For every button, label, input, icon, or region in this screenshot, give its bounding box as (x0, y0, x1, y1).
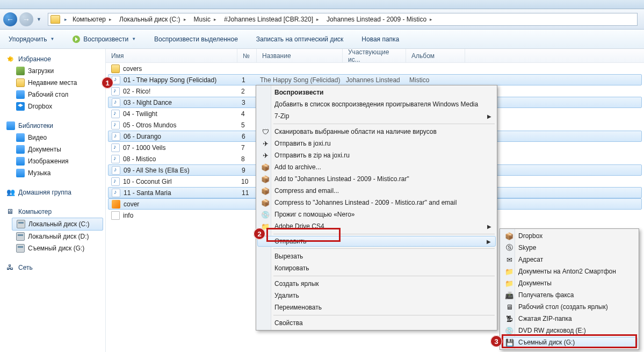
ctx-item[interactable]: 📁Adobe Drive CS4▶ (257, 220, 496, 232)
file-icon (111, 155, 120, 163)
ctx-item[interactable]: 7-Zip▶ (257, 110, 496, 122)
breadcrumb-item[interactable]: #Johannes Linstead [CBR.320]▸ (220, 16, 322, 23)
sidebar-libraries[interactable]: Библиотеки (0, 120, 105, 132)
disk-icon (16, 232, 25, 241)
ctx-item[interactable]: Вырезать (257, 250, 496, 262)
file-row[interactable]: covers (106, 63, 644, 74)
ctx-item[interactable]: ✈Отправить в zip на joxi.ru (257, 149, 496, 161)
ctx-item[interactable]: 📦Add to archive... (257, 161, 496, 173)
ctx-item[interactable]: Свойства (257, 317, 496, 329)
homegroup-icon (6, 188, 15, 197)
sendto-item[interactable]: 🗜Сжатая ZIP-папка (501, 313, 638, 325)
sidebar-dropbox[interactable]: Dropbox (0, 100, 105, 112)
dropbox-icon (16, 102, 25, 111)
file-icon (111, 121, 120, 130)
music-icon (16, 169, 25, 177)
sidebar-computer[interactable]: Компьютер (0, 206, 105, 218)
sendto-item[interactable]: 📁Документы (501, 277, 638, 289)
computer-icon (6, 207, 15, 216)
sidebar-favorites[interactable]: Избранное (0, 53, 105, 65)
folder-icon (50, 15, 60, 24)
ctx-item[interactable]: Воспроизвести (257, 87, 496, 98)
sendto-item[interactable]: 💾Съемный диск (G:) (501, 337, 638, 348)
play-selection-button[interactable]: Воспроизвести выделенное (151, 33, 241, 45)
burn-button[interactable]: Записать на оптический диск (253, 33, 347, 45)
sidebar-desktop[interactable]: Рабочий стол (0, 89, 105, 100)
breadcrumb-item[interactable]: Локальный диск (C:)▸ (115, 16, 190, 23)
sendto-item[interactable]: 🖥Рабочий стол (создать ярлык) (501, 301, 638, 313)
sidebar-disk-c[interactable]: Локальный диск (C:) (12, 218, 103, 231)
sidebar-downloads[interactable]: Загрузки (0, 65, 105, 77)
sidebar-documents[interactable]: Документы (0, 143, 105, 155)
sidebar-video[interactable]: Видео (0, 132, 105, 143)
col-album[interactable]: Альбом (406, 49, 465, 62)
sendto-item[interactable]: 💿DVD RW дисковод (E:) (501, 325, 638, 336)
documents-icon (16, 145, 25, 154)
video-icon (16, 133, 25, 142)
ctx-item[interactable]: Создать ярлык (257, 278, 496, 290)
file-row[interactable]: 01 - The Happy Song (Felicidad)1The Happ… (108, 74, 642, 85)
file-icon (112, 98, 120, 107)
pictures-icon (16, 157, 25, 166)
file-icon (111, 110, 120, 118)
window-titlebar (0, 0, 644, 9)
file-icon (112, 132, 120, 141)
ctx-item[interactable]: Отправить▶ (257, 236, 496, 247)
play-button[interactable]: Воспроизвести▼ (69, 33, 139, 45)
col-artist[interactable]: Участвующие ис... (343, 49, 406, 62)
col-title[interactable]: Название (257, 49, 343, 62)
sidebar-network[interactable]: Сеть (0, 262, 105, 274)
sendto-item[interactable]: 📁Документы на Anton2 Смартфон (501, 265, 638, 277)
callout-1: 1 (102, 77, 113, 89)
column-headers: Имя № Название Участвующие ис... Альбом (106, 49, 644, 63)
file-icon (111, 64, 120, 73)
root-chevron[interactable]: ▸ (63, 17, 68, 22)
ctx-item[interactable]: 📦Add to "Johannes Linstead - 2009 - Mist… (257, 173, 496, 185)
ctx-item[interactable]: Копировать (257, 262, 496, 274)
ctx-item[interactable]: 💿Прожиг с помощью «Nero» (257, 209, 496, 220)
ctx-item[interactable]: 📦Compress and email... (257, 185, 496, 197)
col-num[interactable]: № (237, 49, 257, 62)
libraries-icon (6, 121, 15, 130)
callout-2: 2 (254, 228, 265, 240)
file-icon (111, 143, 120, 152)
ctx-item[interactable]: 🛡Сканировать выбранные области на наличи… (257, 126, 496, 138)
history-dropdown[interactable]: ▼ (35, 17, 42, 22)
file-icon (111, 177, 120, 186)
new-folder-button[interactable]: Новая папка (358, 33, 402, 45)
breadcrumb-item[interactable]: Компьютер▸ (68, 16, 115, 23)
sendto-item[interactable]: 📦Dropbox (501, 230, 638, 242)
file-icon (112, 166, 120, 175)
breadcrumb[interactable]: ▸ Компьютер▸Локальный диск (C:)▸Music▸#J… (48, 13, 638, 26)
file-icon (111, 211, 120, 220)
callout-3: 3 (490, 335, 502, 347)
ctx-item[interactable]: ✈Отправить в joxi.ru (257, 138, 496, 149)
recent-icon (16, 78, 25, 87)
file-icon (112, 200, 120, 209)
sidebar-homegroup[interactable]: Домашняя группа (0, 186, 105, 198)
ctx-item[interactable]: Добавить в список воспроизведения проигр… (257, 98, 496, 110)
sidebar-recent[interactable]: Недавние места (0, 77, 105, 89)
star-icon (6, 55, 15, 63)
ctx-item[interactable]: 📦Compress to "Johannes Linstead - 2009 -… (257, 197, 496, 209)
back-button[interactable]: ← (3, 12, 17, 26)
organize-button[interactable]: Упорядочить▼ (5, 33, 57, 45)
col-name[interactable]: Имя (106, 49, 237, 62)
network-icon (6, 263, 15, 272)
sidebar-disk-d[interactable]: Локальный диск (D:) (0, 231, 105, 242)
breadcrumb-item[interactable]: Johannes Linstead - 2009 - Mistico▸ (322, 16, 436, 23)
sendto-item[interactable]: ⓈSkype (501, 242, 638, 254)
context-menu[interactable]: ВоспроизвестиДобавить в список воспроизв… (256, 85, 497, 331)
sendto-item[interactable]: 📠Получатель факса (501, 289, 638, 301)
file-icon (111, 87, 120, 96)
desktop-icon (16, 90, 25, 99)
sidebar-music[interactable]: Музыка (0, 167, 105, 179)
breadcrumb-item[interactable]: Music▸ (190, 16, 220, 23)
send-to-submenu[interactable]: 📦DropboxⓈSkype✉Адресат📁Документы на Anto… (500, 228, 639, 350)
sidebar-disk-g[interactable]: Съемный диск (G:) (0, 242, 105, 254)
ctx-item[interactable]: Удалить (257, 290, 496, 301)
forward-button[interactable]: → (19, 12, 33, 26)
sidebar-pictures[interactable]: Изображения (0, 155, 105, 167)
ctx-item[interactable]: Переименовать (257, 301, 496, 313)
sendto-item[interactable]: ✉Адресат (501, 254, 638, 265)
